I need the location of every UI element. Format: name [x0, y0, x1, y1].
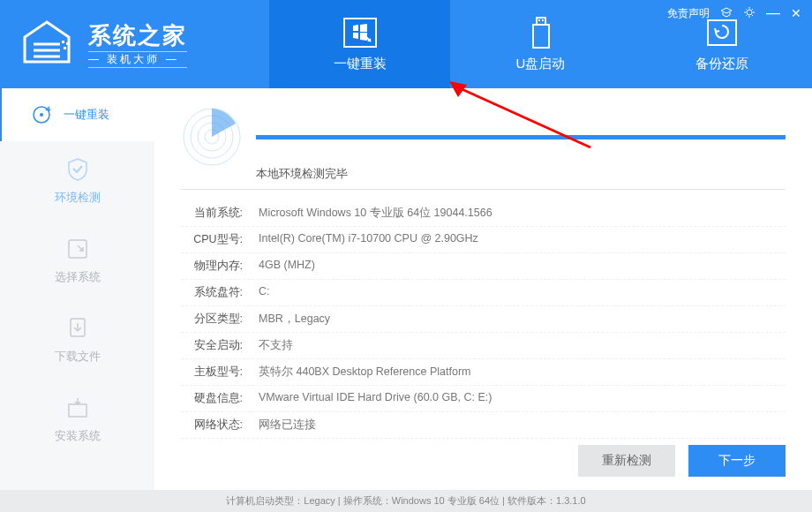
info-row: 主板型号:英特尔 440BX Desktop Reference Platfor…	[181, 359, 786, 386]
svg-point-11	[40, 113, 43, 117]
progress-status: 本地环境检测完毕	[256, 166, 786, 182]
info-value: C:	[259, 285, 786, 300]
progress-bar	[256, 135, 786, 139]
svg-rect-8	[708, 20, 736, 45]
svg-rect-2	[64, 47, 66, 49]
target-icon	[28, 102, 55, 128]
logo-area: 系统之家 — 装机大师 —	[0, 0, 269, 88]
svg-rect-0	[62, 41, 64, 43]
info-label: 分区类型:	[181, 312, 243, 327]
sidebar: 一键重装 环境检测 选择系统 下载文件 安装系统	[0, 88, 154, 490]
sidebar-item-label: 一键重装	[64, 107, 109, 123]
minimize-icon[interactable]: —	[766, 5, 780, 21]
info-label: 安全启动:	[181, 338, 243, 353]
info-label: 物理内存:	[181, 259, 243, 274]
info-label: CPU型号:	[181, 232, 243, 247]
footer-status: 计算机启动类型：Legacy | 操作系统：Windows 10 专业版 64位…	[0, 490, 812, 512]
info-row: 分区类型:MBR，Legacy	[181, 306, 786, 333]
svg-rect-7	[533, 25, 549, 48]
info-value: 网络已连接	[259, 418, 786, 433]
info-row: CPU型号:Intel(R) Core(TM) i7-10700 CPU @ 2…	[181, 227, 786, 253]
sidebar-item-label: 下载文件	[55, 349, 101, 365]
sidebar-item-label: 环境检测	[55, 190, 101, 206]
windows-reinstall-icon	[342, 17, 378, 49]
svg-rect-5	[538, 19, 540, 21]
info-value: Microsoft Windows 10 专业版 64位 19044.1566	[259, 206, 786, 221]
sidebar-item-label: 安装系统	[55, 428, 101, 444]
svg-rect-4	[537, 18, 545, 25]
shield-check-icon	[64, 156, 91, 183]
info-row: 当前系统:Microsoft Windows 10 专业版 64位 19044.…	[181, 200, 786, 227]
gear-icon[interactable]	[743, 6, 756, 21]
svg-point-9	[747, 10, 752, 15]
info-row: 物理内存:4GB (MHZ)	[181, 253, 786, 280]
next-button[interactable]: 下一步	[688, 445, 786, 477]
tab-usb-boot[interactable]: U盘启动	[450, 0, 631, 88]
tab-label: 一键重装	[334, 56, 387, 72]
info-row: 网络状态:网络已连接	[181, 412, 786, 439]
sidebar-item-install[interactable]: 安装系统	[0, 380, 154, 459]
info-label: 系统盘符:	[181, 285, 243, 300]
info-row: 系统盘符:C:	[181, 280, 786, 306]
info-row: 安全启动:不支持	[181, 333, 786, 359]
sidebar-item-label: 选择系统	[55, 269, 101, 285]
info-label: 主板型号:	[181, 365, 243, 380]
info-value: 4GB (MHZ)	[259, 259, 786, 274]
app-title: 系统之家	[88, 20, 187, 51]
info-label: 网络状态:	[181, 418, 243, 433]
disclaimer-link[interactable]: 免责声明	[667, 6, 710, 21]
divider	[181, 189, 786, 190]
install-icon	[64, 395, 91, 421]
info-value: 不支持	[259, 338, 786, 353]
titlebar: 免责声明 — ✕	[667, 5, 801, 21]
sidebar-item-reinstall[interactable]: 一键重装	[0, 88, 154, 141]
main-panel: 本地环境检测完毕 当前系统:Microsoft Windows 10 专业版 6…	[154, 88, 812, 490]
recheck-button[interactable]: 重新检测	[578, 445, 675, 477]
svg-rect-12	[69, 240, 86, 258]
download-icon	[64, 315, 91, 342]
app-subtitle: — 装机大师 —	[88, 51, 187, 68]
usb-boot-icon	[523, 17, 559, 49]
svg-rect-14	[69, 404, 86, 417]
graduate-icon[interactable]	[720, 7, 733, 20]
info-label: 当前系统:	[181, 206, 243, 221]
tab-label: 备份还原	[695, 56, 748, 72]
info-value: Intel(R) Core(TM) i7-10700 CPU @ 2.90GHz	[259, 232, 786, 247]
close-icon[interactable]: ✕	[791, 6, 801, 20]
header: 系统之家 — 装机大师 — 一键重装 U盘启动 备份还原 免责声明 — ✕	[0, 0, 812, 88]
svg-rect-1	[66, 42, 69, 45]
tab-label: U盘启动	[516, 56, 566, 72]
radar-icon	[181, 106, 243, 168]
svg-rect-6	[542, 19, 544, 21]
info-row: 硬盘信息:VMware Virtual IDE Hard Drive (60.0…	[181, 386, 786, 412]
info-value: 英特尔 440BX Desktop Reference Platform	[259, 365, 786, 380]
info-value: MBR，Legacy	[259, 312, 786, 327]
sidebar-item-env-check[interactable]: 环境检测	[0, 141, 154, 221]
info-label: 硬盘信息:	[181, 391, 243, 406]
sidebar-item-download[interactable]: 下载文件	[0, 300, 154, 380]
sidebar-item-select-system[interactable]: 选择系统	[0, 221, 154, 300]
logo-icon	[16, 18, 78, 71]
select-system-icon	[64, 236, 91, 262]
info-value: VMware Virtual IDE Hard Drive (60.0 GB, …	[259, 391, 786, 406]
tab-reinstall[interactable]: 一键重装	[269, 0, 450, 88]
